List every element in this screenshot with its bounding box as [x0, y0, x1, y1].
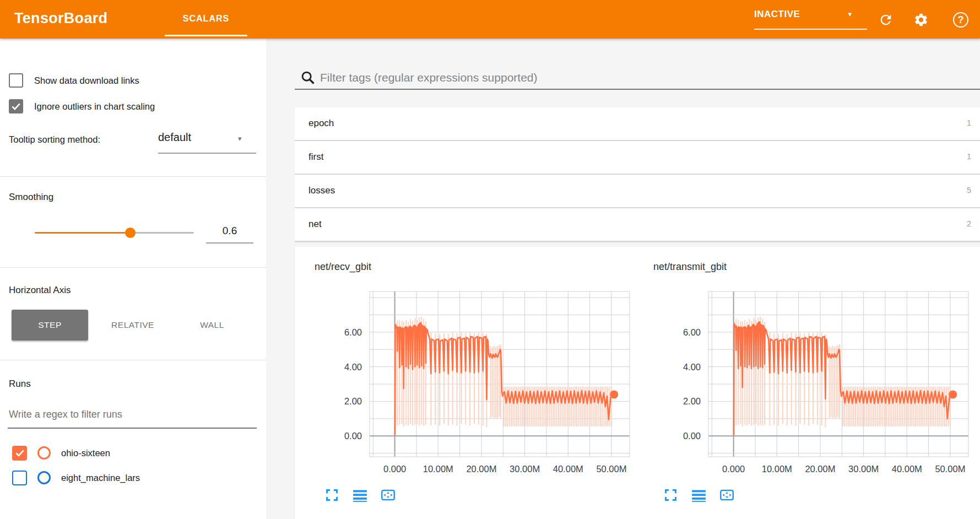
refresh-icon-button[interactable]	[878, 12, 894, 28]
chart-toolbar	[324, 488, 634, 502]
svg-text:30.00M: 30.00M	[848, 464, 879, 474]
checkbox-show-download-links[interactable]: Show data download links	[9, 72, 139, 89]
run-color-swatch-icon[interactable]	[37, 471, 51, 484]
caret-down-icon[interactable]: ▾	[238, 134, 242, 143]
refresh-icon	[878, 12, 894, 28]
fit-domain-button[interactable]	[719, 488, 734, 502]
fit-domain-button[interactable]	[381, 488, 396, 502]
axis-button-step[interactable]: STEP	[12, 310, 88, 340]
tag-group-name: losses	[308, 185, 335, 196]
expand-chart-button[interactable]	[663, 488, 678, 502]
toggle-y-axis-button[interactable]	[691, 488, 706, 502]
gear-icon	[913, 12, 929, 28]
tag-group-count: 2	[967, 219, 971, 228]
fit-to-data-icon	[381, 488, 396, 502]
svg-text:6.00: 6.00	[683, 327, 701, 337]
checkbox-ignore-outliers[interactable]: Ignore outliers in chart scaling	[9, 98, 155, 115]
smoothing-value[interactable]: 0.6	[206, 225, 253, 237]
filter-tags-underline	[295, 89, 980, 90]
tag-group-count: 5	[967, 186, 971, 194]
tag-group-count: 1	[967, 118, 971, 127]
svg-text:30.00M: 30.00M	[510, 464, 540, 474]
smoothing-heading: Smoothing	[9, 192, 53, 203]
svg-text:40.00M: 40.00M	[553, 464, 583, 474]
run-label: ohio-sixteen	[61, 448, 110, 458]
fit-to-data-icon	[719, 488, 734, 502]
app-title: TensorBoard	[14, 10, 107, 27]
help-icon-button[interactable]: ?	[953, 12, 968, 28]
tensorboard-app: TensorBoard SCALARS INACTIVE ▾ ? Show da…	[0, 0, 980, 519]
horizontal-axis-heading: Horizontal Axis	[9, 285, 71, 296]
status-label: INACTIVE	[754, 9, 800, 20]
chart-plot-area[interactable]: 0.002.004.006.000.00010.00M20.00M30.00M4…	[634, 286, 972, 479]
run-checkbox-icon[interactable]	[12, 471, 27, 485]
axis-button-wall[interactable]: WALL	[182, 310, 242, 340]
tab-active-underline	[165, 35, 247, 36]
run-color-swatch-icon[interactable]	[37, 446, 51, 459]
svg-text:2.00: 2.00	[683, 396, 701, 406]
svg-text:10.00M: 10.00M	[423, 464, 453, 474]
tag-group-name: net	[308, 219, 322, 230]
status-underline	[754, 29, 867, 30]
runs-filter-input[interactable]	[9, 406, 251, 423]
tag-group-list: epoch 1 first 1 losses 5 net 2	[295, 107, 980, 242]
smoothing-slider-fill	[35, 232, 130, 234]
fullscreen-icon	[663, 488, 678, 502]
svg-text:2.00: 2.00	[344, 396, 362, 406]
tooltip-sorting-label: Tooltip sorting method:	[9, 134, 100, 145]
svg-text:6.00: 6.00	[344, 327, 362, 337]
run-row-ohio-sixteen[interactable]: ohio-sixteen	[12, 444, 110, 462]
divider	[0, 267, 266, 268]
svg-text:50.00M: 50.00M	[596, 464, 626, 474]
chart-title: net/transmit_gbit	[653, 261, 980, 273]
dropdown-underline	[158, 153, 256, 154]
checkbox-icon	[9, 73, 23, 88]
tag-group-epoch[interactable]: epoch 1	[295, 107, 980, 141]
settings-icon-button[interactable]	[913, 12, 929, 28]
svg-text:10.00M: 10.00M	[762, 464, 792, 474]
tooltip-sorting-dropdown[interactable]: default	[158, 131, 191, 144]
run-checkbox-icon[interactable]	[12, 446, 27, 461]
runs-filter-underline	[8, 428, 257, 429]
checkbox-label: Show data download links	[34, 75, 139, 86]
filter-tags-input[interactable]	[320, 68, 948, 87]
checkbox-label: Ignore outliers in chart scaling	[34, 101, 155, 112]
expand-chart-button[interactable]	[324, 488, 339, 502]
chart-title: net/recv_gbit	[315, 261, 634, 273]
tag-group-losses[interactable]: losses 5	[295, 175, 980, 208]
divider	[0, 360, 266, 360]
runs-heading: Runs	[9, 379, 31, 390]
axis-button-relative[interactable]: RELATIVE	[98, 310, 167, 340]
scalar-chart-recv-gbit: net/recv_gbit 0.002.004.006.000.00010.00…	[295, 247, 634, 519]
toggle-y-axis-button[interactable]	[353, 488, 367, 502]
svg-text:0.000: 0.000	[722, 464, 745, 474]
svg-text:0.000: 0.000	[383, 464, 406, 474]
checkbox-icon	[9, 99, 23, 113]
smoothing-value-underline	[206, 242, 253, 244]
divider	[0, 176, 266, 177]
svg-text:0.00: 0.00	[683, 431, 701, 441]
net-charts-panel: net/recv_gbit 0.002.004.006.000.00010.00…	[295, 247, 980, 519]
app-header: TensorBoard SCALARS INACTIVE ▾ ?	[0, 0, 980, 39]
svg-text:20.00M: 20.00M	[805, 464, 835, 474]
caret-down-icon: ▾	[848, 10, 852, 18]
svg-text:0.00: 0.00	[344, 431, 362, 441]
search-icon	[300, 70, 316, 85]
tab-scalars-label: SCALARS	[183, 14, 229, 24]
smoothing-slider-thumb[interactable]	[125, 228, 136, 238]
chart-toolbar	[663, 488, 980, 502]
run-row-eight-machine-lars[interactable]: eight_machine_lars	[12, 469, 140, 486]
tag-group-name: first	[308, 152, 323, 163]
tab-scalars[interactable]: SCALARS	[165, 0, 247, 39]
status-dropdown[interactable]: INACTIVE ▾	[754, 7, 867, 30]
chart-plot-area[interactable]: 0.002.004.006.000.00010.00M20.00M30.00M4…	[295, 286, 634, 479]
tag-group-count: 1	[967, 152, 971, 161]
tag-group-first[interactable]: first 1	[295, 141, 980, 175]
svg-text:4.00: 4.00	[683, 362, 701, 372]
svg-text:40.00M: 40.00M	[892, 464, 922, 474]
fullscreen-icon	[324, 488, 339, 502]
tag-group-net[interactable]: net 2	[295, 208, 980, 242]
svg-text:50.00M: 50.00M	[935, 464, 965, 474]
settings-sidebar: Show data download links Ignore outliers…	[0, 39, 266, 519]
horizontal-lines-icon	[691, 488, 706, 502]
